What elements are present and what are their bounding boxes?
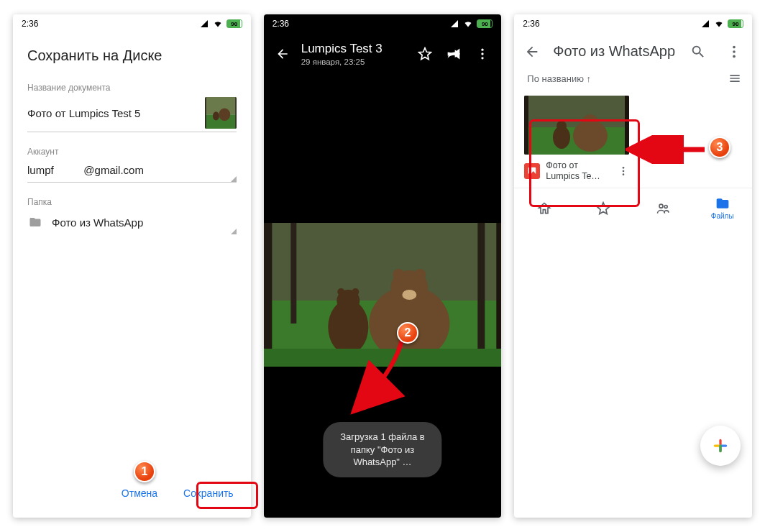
signal-icon	[449, 19, 459, 28]
signal-icon	[700, 19, 710, 28]
svg-point-19	[402, 290, 416, 300]
battery-icon: 90	[226, 19, 242, 28]
folder-value: Фото из WhatsApp	[52, 216, 143, 229]
cancel-button[interactable]: Отмена	[111, 480, 168, 506]
svg-rect-13	[477, 223, 485, 352]
svg-rect-5	[235, 97, 237, 129]
account-value[interactable]: lumpf @gmail.com	[27, 161, 237, 179]
wifi-icon	[713, 19, 725, 28]
svg-point-36	[623, 167, 625, 169]
folder-label: Папка	[27, 197, 237, 207]
doc-thumbnail	[205, 97, 237, 129]
view-list-icon[interactable]	[728, 71, 742, 86]
svg-rect-12	[290, 223, 296, 324]
svg-point-35	[556, 121, 567, 131]
signal-icon	[199, 19, 209, 28]
account-label: Аккаунт	[27, 147, 237, 157]
more-icon[interactable]	[475, 47, 490, 61]
folder-field: Папка Фото из WhatsApp	[13, 196, 251, 247]
status-right: 90	[199, 19, 242, 28]
more-icon[interactable]	[726, 44, 742, 60]
appbar: Lumpics Test 3 29 января, 23:25	[264, 33, 502, 72]
folder-icon	[27, 216, 43, 229]
sort-label[interactable]: По названию ↑	[527, 73, 591, 84]
svg-point-22	[337, 288, 344, 295]
svg-point-38	[623, 173, 625, 175]
svg-point-3	[213, 111, 219, 120]
back-icon[interactable]	[275, 47, 290, 61]
svg-point-26	[733, 50, 736, 53]
svg-rect-9	[264, 223, 502, 302]
sort-bar: По названию ↑	[514, 67, 752, 93]
svg-point-37	[623, 170, 625, 173]
svg-rect-4	[205, 97, 206, 129]
save-button[interactable]: Сохранить	[173, 480, 244, 506]
photo-title: Lumpics Test 3	[301, 42, 407, 56]
svg-point-40	[664, 205, 667, 208]
account-field: Аккаунт lumpf @gmail.com	[13, 145, 251, 196]
photo	[264, 223, 502, 367]
folder-title: Фото из WhatsApp	[553, 43, 677, 60]
wifi-icon	[212, 19, 224, 28]
appbar: Фото из WhatsApp	[514, 33, 752, 67]
svg-point-8	[482, 57, 484, 59]
fab-add[interactable]	[700, 426, 741, 466]
screen-save-to-drive: 2:36 90 Сохранить на Диске Название доку…	[13, 14, 251, 518]
bottom-nav: Файлы	[514, 188, 752, 228]
svg-rect-14	[496, 223, 501, 367]
doc-name-input[interactable]	[27, 104, 196, 122]
statusbar: 2:36 90	[264, 14, 502, 33]
appbar-actions	[418, 47, 490, 61]
screen-drive-folder: 2:36 90 Фото из WhatsApp По названию ↑	[514, 14, 752, 518]
back-icon[interactable]	[524, 44, 540, 60]
file-name: Фото от Lumpics Te…	[546, 160, 612, 182]
file-grid: Фото от Lumpics Te…	[514, 93, 752, 188]
tab-files[interactable]: Файлы	[692, 188, 752, 228]
search-icon[interactable]	[690, 44, 706, 60]
svg-point-18	[414, 269, 426, 280]
status-time: 2:36	[22, 19, 38, 29]
svg-rect-11	[264, 223, 272, 367]
tab-starred[interactable]	[574, 188, 633, 228]
svg-point-17	[393, 269, 404, 280]
statusbar: 2:36 90	[13, 14, 251, 33]
battery-icon: 90	[477, 19, 493, 28]
battery-icon: 90	[728, 19, 743, 28]
title-block: Lumpics Test 3 29 января, 23:25	[301, 42, 407, 66]
status-time: 2:36	[272, 19, 289, 29]
folder-picker[interactable]: Фото из WhatsApp	[27, 211, 237, 234]
svg-rect-28	[524, 96, 629, 129]
plus-icon	[711, 436, 730, 455]
screen-whatsapp-photo: 2:36 90 Lumpics Test 3 29 января, 23:25	[264, 14, 502, 518]
status-time: 2:36	[523, 19, 539, 29]
photo-date: 29 января, 23:25	[301, 58, 407, 66]
doc-name-field: Название документа	[13, 81, 251, 145]
svg-point-23	[352, 288, 359, 295]
svg-point-2	[219, 108, 230, 121]
status-right: 90	[700, 19, 743, 28]
doc-name-label: Название документа	[27, 83, 237, 93]
svg-point-33	[582, 114, 598, 129]
star-icon[interactable]	[418, 47, 432, 61]
svg-point-6	[482, 49, 484, 51]
dialog-title: Сохранить на Диске	[13, 33, 251, 81]
statusbar: 2:36 90	[514, 14, 752, 33]
wifi-icon	[462, 19, 474, 28]
svg-rect-31	[625, 96, 629, 155]
tab-shared[interactable]	[633, 188, 693, 228]
svg-point-27	[733, 55, 736, 58]
svg-point-39	[659, 204, 663, 208]
status-right: 90	[449, 19, 493, 28]
dialog-actions: Отмена Сохранить	[13, 470, 251, 518]
svg-point-25	[733, 45, 736, 48]
upload-toast: Загрузка 1 файла в папку "Фото из WhatsA…	[323, 422, 441, 477]
image-type-icon	[524, 163, 540, 179]
svg-rect-30	[524, 96, 528, 155]
tab-home[interactable]	[514, 188, 574, 228]
file-more-icon[interactable]	[618, 165, 629, 177]
svg-rect-24	[264, 349, 502, 367]
svg-point-7	[482, 52, 484, 55]
share-icon[interactable]	[446, 47, 461, 61]
file-card[interactable]: Фото от Lumpics Te…	[524, 96, 629, 185]
file-thumbnail	[524, 96, 629, 155]
